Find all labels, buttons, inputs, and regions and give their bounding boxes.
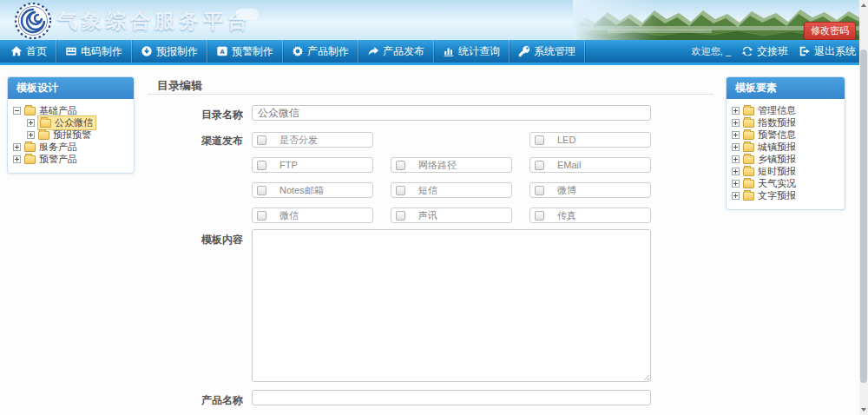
expand-icon[interactable] xyxy=(27,131,35,139)
bar-chart-icon xyxy=(443,45,455,57)
catalog-name-label: 目录名称 xyxy=(201,108,247,122)
channel-option-led[interactable]: LED xyxy=(529,132,651,148)
expand-icon[interactable] xyxy=(13,143,21,151)
folder-icon xyxy=(743,119,754,128)
collapse-icon[interactable] xyxy=(13,107,21,115)
expand-icon[interactable] xyxy=(732,155,740,163)
channel-label: FTP xyxy=(279,160,298,170)
tree-item-label: 文字预报 xyxy=(758,189,796,202)
channel-option-ftp[interactable]: FTP xyxy=(252,157,373,173)
expand-icon[interactable] xyxy=(732,192,740,200)
channel-option-network-path[interactable]: 网络路径 xyxy=(391,157,512,173)
channel-label: 传真 xyxy=(557,209,576,222)
tree-item-shortterm-forecast[interactable]: 短时预报 xyxy=(732,166,841,177)
section-title: 目录编辑 xyxy=(157,78,202,94)
nav-item-system-admin[interactable]: 系统管理 xyxy=(510,40,585,63)
nav-item-label: 预警制作 xyxy=(232,44,273,59)
channel-option-weibo[interactable]: 微博 xyxy=(529,182,651,198)
nav-item-product-making[interactable]: 产品制作 xyxy=(283,40,358,63)
template-design-tree: 基础产品 公众微信 预报预警 服务产品 xyxy=(8,99,134,173)
tree-item-text-forecast[interactable]: 文字预报 xyxy=(732,190,841,201)
shift-handover-link[interactable]: 交接班 xyxy=(741,44,788,59)
folder-icon xyxy=(24,107,36,115)
folder-icon xyxy=(743,131,754,140)
channel-option-distribute[interactable]: 是否分发 xyxy=(252,132,373,148)
logout-label: 退出系统 xyxy=(814,44,856,59)
checkbox-icon[interactable] xyxy=(257,135,266,145)
tree-item-weather-live[interactable]: 天气实况 xyxy=(732,178,841,189)
template-design-panel-title: 模板设计 xyxy=(8,77,134,99)
tree-item-forecast-warning[interactable]: 预报预警 xyxy=(13,129,130,141)
product-name-input[interactable] xyxy=(252,390,651,405)
nav-item-code-making[interactable]: 电码制作 xyxy=(56,40,132,63)
expand-icon[interactable] xyxy=(732,168,740,175)
checkbox-icon[interactable] xyxy=(396,161,405,170)
expand-icon[interactable] xyxy=(732,107,740,115)
folder-icon xyxy=(743,180,754,188)
catalog-name-input[interactable] xyxy=(252,105,651,121)
scroll-up-icon[interactable] xyxy=(859,0,868,10)
checkbox-icon[interactable] xyxy=(535,186,544,195)
tree-item-township-forecast[interactable]: 乡镇预报 xyxy=(732,154,841,165)
expand-icon[interactable] xyxy=(27,119,35,127)
checkbox-icon[interactable] xyxy=(396,186,405,195)
tree-item-warning-info[interactable]: 预警信息 xyxy=(732,129,841,141)
change-password-button[interactable]: 修改密码 xyxy=(804,22,856,40)
tree-item-warning-products[interactable]: 预警产品 xyxy=(13,154,130,165)
channel-option-sms[interactable]: 短信 xyxy=(391,182,512,198)
nav-item-product-publish[interactable]: 产品发布 xyxy=(358,40,434,63)
warning-icon: A xyxy=(216,45,228,57)
checkbox-icon[interactable] xyxy=(535,135,544,145)
forecast-icon xyxy=(141,45,153,57)
navbar: 首页 电码制作 预报制作 A 预警制作 产品制作 xyxy=(0,40,868,65)
tree-item-town-forecast[interactable]: 城镇预报 xyxy=(732,142,841,153)
expand-icon[interactable] xyxy=(732,131,740,139)
tree-item-index-forecast[interactable]: 指数预报 xyxy=(732,117,841,128)
expand-icon[interactable] xyxy=(732,180,740,188)
channel-label: 微信 xyxy=(279,209,299,222)
template-content-textarea[interactable] xyxy=(252,229,651,382)
scrollbar-thumb[interactable] xyxy=(860,49,867,383)
tree-item-service-products[interactable]: 服务产品 xyxy=(13,142,130,153)
tree-item-label: 预警产品 xyxy=(39,153,77,166)
checkbox-icon[interactable] xyxy=(535,211,544,221)
checkbox-icon[interactable] xyxy=(535,161,544,170)
welcome-text: 欢迎您, _ xyxy=(692,45,731,58)
logout-icon xyxy=(799,45,811,57)
expand-icon[interactable] xyxy=(13,155,21,163)
tree-item-management-info[interactable]: 管理信息 xyxy=(732,105,841,116)
channel-option-notes-mail[interactable]: Notes邮箱 xyxy=(252,182,373,198)
channel-option-email[interactable]: EMail xyxy=(529,157,651,173)
nav-item-label: 预报制作 xyxy=(156,44,198,59)
tree-item-label: 公众微信 xyxy=(55,116,93,129)
channel-option-wechat[interactable]: 微信 xyxy=(252,208,373,223)
tree-item-label: 城镇预报 xyxy=(758,141,796,154)
shift-handover-label: 交接班 xyxy=(757,44,788,59)
scroll-down-icon[interactable] xyxy=(859,405,868,415)
channel-label: EMail xyxy=(557,160,582,170)
expand-icon[interactable] xyxy=(732,143,740,151)
template-content-label: 模板内容 xyxy=(201,233,247,247)
content-area: 模板设计 基础产品 公众微信 预报预警 xyxy=(0,68,859,415)
checkbox-icon[interactable] xyxy=(257,186,266,195)
nav-item-home[interactable]: 首页 xyxy=(0,40,56,63)
checkbox-icon[interactable] xyxy=(396,211,405,221)
nav-item-label: 首页 xyxy=(26,44,47,59)
nav-item-warning-making[interactable]: A 预警制作 xyxy=(207,40,283,63)
publish-arrow-icon xyxy=(367,45,379,57)
channel-option-voice[interactable]: 声讯 xyxy=(391,208,512,223)
checkbox-icon[interactable] xyxy=(257,161,266,170)
folder-icon xyxy=(24,143,36,152)
template-design-panel: 模板设计 基础产品 公众微信 预报预警 xyxy=(7,76,135,174)
tree-item-public-wechat[interactable]: 公众微信 xyxy=(13,117,130,128)
channel-option-fax[interactable]: 传真 xyxy=(529,208,651,223)
nav-item-forecast-making[interactable]: 预报制作 xyxy=(132,40,207,63)
cloud-decoration xyxy=(236,9,259,20)
checkbox-icon[interactable] xyxy=(257,211,266,221)
logout-link[interactable]: 退出系统 xyxy=(799,44,856,59)
vertical-scrollbar[interactable] xyxy=(859,0,868,415)
folder-icon xyxy=(743,107,754,115)
nav-item-stats-query[interactable]: 统计查询 xyxy=(434,40,510,63)
expand-icon[interactable] xyxy=(732,119,740,127)
folder-icon xyxy=(743,155,754,164)
